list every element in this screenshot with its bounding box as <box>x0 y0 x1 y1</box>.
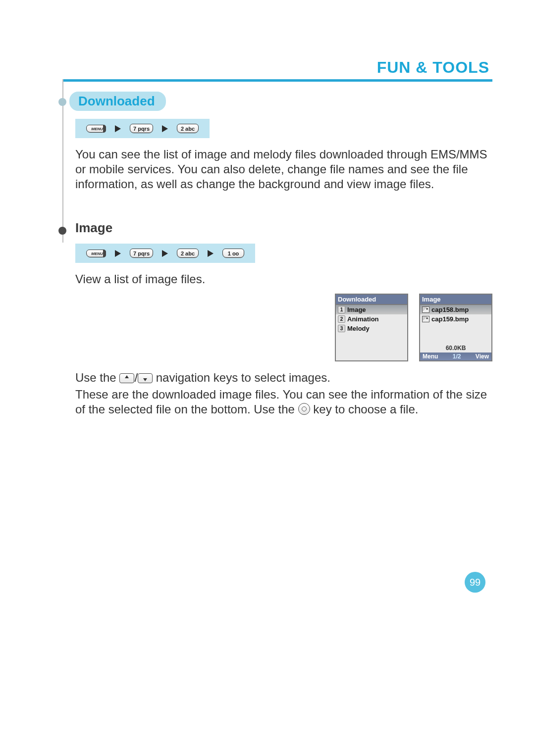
list-label: Animation <box>347 315 379 323</box>
list-item: 1 Image <box>336 305 407 314</box>
text-fragment: key to choose a file. <box>313 403 418 416</box>
bullet-icon <box>58 98 66 106</box>
image-tail-text-2: These are the downloaded image files. Yo… <box>75 387 492 417</box>
phone-screenshots: Downloaded 1 Image 2 Animation 3 Melody <box>62 294 492 361</box>
softkey-right: View <box>476 353 489 360</box>
file-size-label: 60.0KB <box>420 344 491 353</box>
section-downloaded: Downloaded MENU 7 pqrs 2 abc You can see… <box>62 92 492 192</box>
page-number-badge: 99 <box>465 572 485 593</box>
list-label: Image <box>347 306 366 313</box>
section-heading-downloaded: Downloaded <box>69 92 166 111</box>
text-fragment: navigation keys to select images. <box>156 371 330 384</box>
key-2-icon: 2 abc <box>177 249 199 258</box>
key-7-icon: 7 pqrs <box>130 124 153 133</box>
bullet-icon <box>58 227 66 235</box>
screenshot-title: Image <box>420 295 491 305</box>
softkey-left: Menu <box>423 353 438 360</box>
arrow-right-icon <box>208 250 214 257</box>
key-7-icon: 7 pqrs <box>130 249 153 258</box>
arrow-right-icon <box>162 125 168 132</box>
key-1-icon: 1 oo <box>222 249 244 258</box>
section-image: Image MENU 7 pqrs 2 abc 1 oo View a list… <box>62 220 492 417</box>
menu-key-icon: MENU <box>86 250 106 257</box>
text-fragment: These are the downloaded image files. Yo… <box>75 388 487 416</box>
image-file-icon <box>422 316 429 322</box>
nav-up-key-icon <box>119 373 134 383</box>
list-item: 2 Animation <box>336 314 407 324</box>
screenshot-title: Downloaded <box>336 295 407 305</box>
image-tail-text-1: Use the / navigation keys to select imag… <box>75 370 492 385</box>
file-name: cap158.bmp <box>431 306 469 313</box>
softkey-mid: 1/2 <box>453 353 461 360</box>
list-item: 3 Melody <box>336 324 407 333</box>
arrow-right-icon <box>115 125 121 132</box>
screenshot-image-list: Image cap158.bmp cap159.bmp 60.0KB <box>419 294 492 361</box>
image-file-icon <box>422 306 429 313</box>
menu-key-icon: MENU <box>86 125 106 133</box>
header-rule <box>62 79 492 82</box>
key-sequence-image: MENU 7 pqrs 2 abc 1 oo <box>75 244 255 263</box>
list-label: Melody <box>347 325 370 332</box>
nav-center-key-icon <box>298 403 310 415</box>
downloaded-body-text: You can see the list of image and melody… <box>75 147 492 192</box>
nav-down-key-icon <box>138 373 153 383</box>
arrow-right-icon <box>115 250 121 257</box>
list-number-icon: 1 <box>338 306 345 313</box>
file-name: cap159.bmp <box>431 315 469 323</box>
key-2-icon: 2 abc <box>177 124 199 133</box>
text-fragment: Use the <box>75 371 119 384</box>
section-heading-image: Image <box>75 220 112 235</box>
list-item: cap158.bmp <box>420 305 491 314</box>
page-title: FUN & TOOLS <box>377 58 489 77</box>
arrow-right-icon <box>162 250 168 257</box>
screenshot-downloaded-menu: Downloaded 1 Image 2 Animation 3 Melody <box>335 294 408 361</box>
softkey-bar: Menu 1/2 View <box>420 353 491 360</box>
key-sequence-downloaded: MENU 7 pqrs 2 abc <box>75 119 210 138</box>
list-item: cap159.bmp <box>420 314 491 324</box>
image-intro-text: View a list of image files. <box>75 272 492 287</box>
list-number-icon: 2 <box>338 315 345 323</box>
list-number-icon: 3 <box>338 325 345 332</box>
